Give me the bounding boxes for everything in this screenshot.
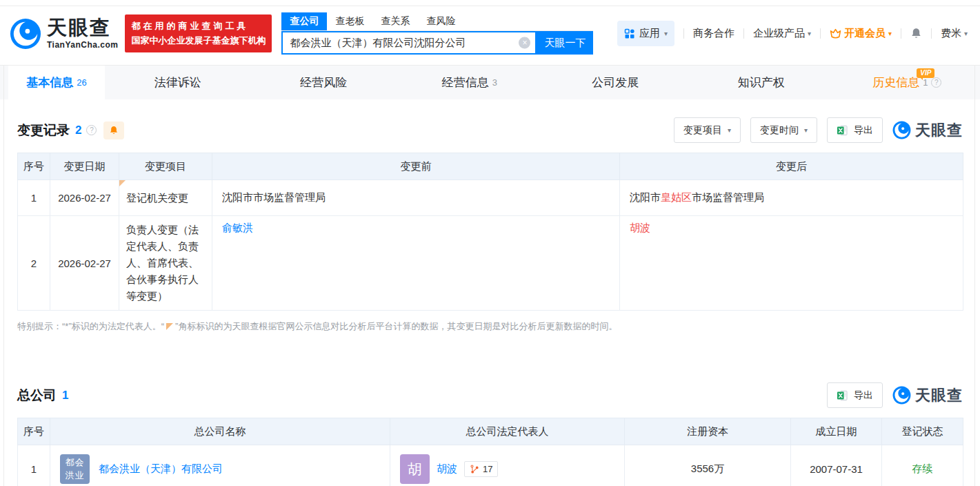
search-tabs: 查公司 查老板 查关系 查风险: [281, 12, 593, 31]
legal-rep-link[interactable]: 胡波: [437, 463, 457, 476]
page-tab-bar: 基本信息 26 法律诉讼 经营风险 经营信息 3 公司发展 知识产权 VIP 历…: [0, 65, 980, 99]
notification-bell-icon[interactable]: [910, 28, 922, 39]
tab-operating-risk[interactable]: 经营风险: [251, 66, 397, 99]
crown-icon: [830, 28, 841, 39]
tab-operating-info[interactable]: 经营信息 3: [397, 66, 543, 99]
subscribe-bell-button[interactable]: [103, 122, 124, 139]
table-row: 1 都会 洪业 都会洪业（天津）有限公司 胡 胡波: [18, 445, 963, 486]
cell-change-date: 2026-02-27: [50, 180, 119, 216]
special-note: 特别提示：“*”标识的为法定代表人。“ ”角标标识的为天眼查根据官网公示信息对比…: [17, 320, 963, 333]
tianyancha-logo-icon: [892, 121, 911, 139]
search-button[interactable]: 天眼一下: [537, 31, 593, 55]
page-left-edge: [3, 66, 4, 486]
filter-change-time-dropdown[interactable]: 变更时间 ▾: [750, 117, 817, 143]
cell-no: 1: [18, 180, 50, 216]
nav-enterprise-products[interactable]: 企业级产品 ▾: [753, 27, 811, 40]
watermark-text: 天眼查: [915, 385, 963, 406]
table-header-row: 序号 总公司名称 总公司法定代表人 注册资本 成立日期 登记状态: [18, 418, 963, 445]
status-badge: 存续: [912, 463, 933, 474]
after-text: 市场监督管理局: [692, 191, 764, 203]
company-logo-avatar: 都会 洪业: [60, 454, 90, 484]
nav-divider: [743, 28, 744, 39]
search-tab-relation[interactable]: 查关系: [372, 12, 418, 30]
tab-label: 经营风险: [300, 75, 347, 90]
cell-establish-date: 2007-07-31: [791, 445, 882, 486]
parent-company-table: 序号 总公司名称 总公司法定代表人 注册资本 成立日期 登记状态 1 都会 洪业…: [17, 418, 963, 486]
avatar-text: 洪业: [66, 469, 85, 482]
cell-change-item: 负责人变更（法定代表人、负责人、首席代表、合伙事务执行人等变更）: [119, 216, 212, 311]
tab-count: 26: [77, 77, 86, 88]
slogan-banner: 都在用的商业查询工具 国家中小企业发展子基金旗下机构: [125, 14, 272, 52]
cell-change-item: 登记机关变更: [119, 180, 212, 216]
filter-change-item-dropdown[interactable]: 变更项目 ▾: [674, 117, 741, 143]
tab-intellectual-property[interactable]: 知识产权: [688, 66, 834, 99]
nav-divider: [901, 28, 901, 39]
apps-button[interactable]: 应用 ▾: [617, 21, 674, 46]
top-divider: [0, 0, 980, 6]
nav-business-cooperation[interactable]: 商务合作: [693, 27, 734, 40]
question-icon[interactable]: ?: [931, 77, 941, 88]
vip-badge: VIP: [917, 68, 934, 78]
table-header-row: 序号 变更日期 变更项目 变更前 变更后: [18, 153, 963, 180]
cell-registration-status: 存续: [882, 445, 963, 486]
search-input[interactable]: [281, 31, 537, 55]
search-clear-icon[interactable]: ×: [519, 37, 530, 49]
tianyancha-logo[interactable]: 天眼查 TianYanCha.com: [10, 18, 118, 50]
table-row: 1 2026-02-27 登记机关变更 沈阳市市场监督管理局 沈阳市皇姑区市场监…: [18, 180, 963, 216]
tianyancha-watermark: 天眼查: [892, 385, 963, 406]
nav-divider: [820, 28, 821, 39]
col-header-no: 序号: [18, 418, 50, 445]
chevron-down-icon: ▾: [808, 30, 811, 37]
company-link[interactable]: 都会洪业（天津）有限公司: [99, 463, 223, 476]
section-title: 变更记录: [17, 122, 70, 139]
tab-legal-litigation[interactable]: 法律诉讼: [105, 66, 251, 99]
username: 费米: [941, 27, 961, 40]
related-companies-badge[interactable]: 17: [464, 461, 498, 477]
tianyancha-logo-icon: [10, 18, 41, 50]
nav-user-menu[interactable]: 费米 ▾: [941, 27, 968, 40]
search-tab-company[interactable]: 查公司: [281, 12, 327, 30]
col-header-change-item: 变更项目: [119, 153, 212, 180]
search-tab-risk[interactable]: 查风险: [418, 12, 463, 30]
person-link[interactable]: 俞敏洪: [222, 222, 253, 233]
col-header-registration-status: 登记状态: [882, 418, 963, 445]
cell-change-date: 2026-02-27: [50, 216, 119, 311]
corner-mark-icon: [166, 323, 173, 330]
chevron-down-icon: ▾: [964, 30, 968, 37]
tab-basic-info[interactable]: 基本信息 26: [8, 66, 105, 99]
cell-before: 沈阳市市场监督管理局: [212, 180, 620, 216]
bell-icon: [109, 126, 119, 135]
apps-label: 应用: [639, 27, 660, 40]
tab-label: 法律诉讼: [154, 75, 201, 90]
cell-company: 都会 洪业 都会洪业（天津）有限公司: [50, 445, 390, 486]
cell-no: 1: [18, 445, 50, 486]
brand-domain: TianYanCha.com: [47, 40, 118, 50]
chevron-down-icon: ▾: [664, 30, 668, 37]
filter-label: 变更项目: [683, 124, 722, 137]
site-header: 天眼查 TianYanCha.com 都在用的商业查询工具 国家中小企业发展子基…: [0, 6, 980, 61]
export-button[interactable]: 导出: [827, 382, 883, 408]
page-right-edge: [974, 66, 975, 486]
section-count: 2: [75, 124, 81, 137]
search-tab-boss[interactable]: 查老板: [327, 12, 372, 30]
excel-icon: [837, 390, 848, 401]
avatar-text: 都会: [66, 456, 85, 469]
col-header-before: 变更前: [212, 153, 620, 180]
col-header-establish-date: 成立日期: [791, 418, 882, 445]
slogan-line-2: 国家中小企业发展子基金旗下机构: [131, 34, 266, 48]
tab-count: 1: [923, 77, 928, 88]
nav-enterprise-label: 企业级产品: [753, 27, 805, 40]
parent-company-section-head: 总公司 1 导出 天眼查: [17, 382, 963, 408]
search-block: 查公司 查老板 查关系 查风险 × 天眼一下: [281, 12, 593, 55]
nav-divider: [931, 28, 932, 39]
tab-label: 经营信息: [442, 75, 489, 90]
tab-company-development[interactable]: 公司发展: [543, 66, 689, 99]
change-item-text: 负责人变更（法定代表人、负责人、首席代表、合伙事务执行人等变更）: [126, 224, 199, 302]
nav-open-vip[interactable]: 开通会员 ▾: [830, 27, 892, 40]
excel-icon: [837, 125, 848, 136]
cell-legal-rep: 胡 胡波 17: [390, 445, 625, 486]
tab-history-info[interactable]: VIP 历史信息 1 ?: [834, 66, 980, 99]
export-button[interactable]: 导出: [827, 117, 883, 143]
change-record-table: 序号 变更日期 变更项目 变更前 变更后 1 2026-02-27 登记机关变更…: [17, 153, 963, 311]
question-icon[interactable]: ?: [86, 125, 97, 135]
